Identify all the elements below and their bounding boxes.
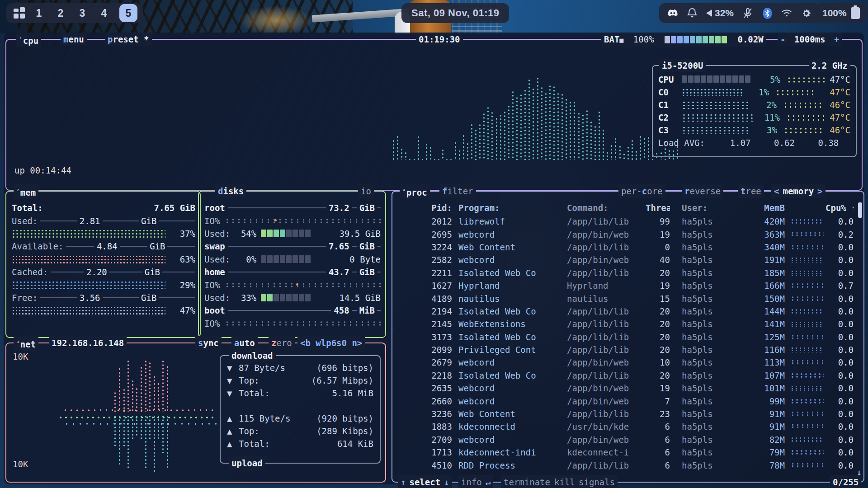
battery-square-icon: ■ (619, 36, 623, 44)
process-row-3224[interactable]: 3224Web Content/app/lib/lib0ha5pls340M0.… (397, 241, 858, 253)
mem-row-free: Free:3.56GiB (12, 291, 195, 304)
filter-button[interactable]: filter (439, 184, 476, 198)
core-row-c3: C33%46°C (653, 124, 856, 136)
disks-box-title[interactable]: disks (215, 184, 246, 198)
signals-button[interactable]: signals (576, 475, 618, 488)
wifi-icon[interactable] (781, 8, 792, 19)
bluetooth-icon[interactable] (762, 8, 773, 19)
disk-used-row-home: Used:33%14.5 GiB (204, 291, 381, 304)
net-box-title[interactable]: ³net (14, 336, 38, 351)
preset-button[interactable]: preset * (105, 33, 152, 46)
sort-selector[interactable]: <memory> (771, 184, 826, 198)
process-row-2582[interactable]: 2582webcord/app/bin/web40ha5pls191M0.0 (397, 253, 858, 266)
sort-direction-icon[interactable]: ↑ (851, 203, 854, 213)
disk-row-swap: swap7.65GiB (204, 240, 381, 253)
workspace-button-4[interactable]: 4 (95, 4, 113, 22)
workspace-button-3[interactable]: 3 (73, 4, 91, 22)
volume-control[interactable]: 32% (706, 8, 734, 19)
net-up-row: ▲Top:(289 Kibps) (221, 425, 380, 437)
disk-io-row-boot: IO% (204, 317, 381, 330)
process-row-4189[interactable]: 4189nautilusnautilus15ha5pls150M0.0 (397, 292, 858, 305)
process-box: ⁴proc filter per-core reverse tree <memo… (392, 191, 864, 483)
clock-readout: 01:19:30 (416, 33, 463, 46)
discord-icon[interactable] (667, 8, 678, 19)
cpu-box-title[interactable]: ¹cpu (16, 33, 41, 47)
info-button[interactable]: info↵ (458, 475, 493, 488)
launcher-icon[interactable] (14, 7, 25, 19)
launch-arm (312, 8, 412, 22)
net-up-row: ▲115 Byte/s(920 bitps) (221, 412, 380, 425)
workspace-button-1[interactable]: 1 (30, 4, 48, 22)
process-row-2012[interactable]: 2012librewolf/app/lib/lib99ha5pls420M0.0 (397, 215, 858, 228)
core-row-c1: C12%46°C (653, 99, 856, 111)
net-down-row: ▼Total:5.16 MiB (221, 387, 380, 399)
ip-address: 192.168.16.148 (49, 336, 127, 350)
core-row-cpu: CPU5%47°C (653, 73, 856, 86)
process-row-2635[interactable]: 2635webcord/app/bin/web19ha5pls101M0.0 (397, 382, 858, 394)
battery-indicator[interactable]: 100% (815, 3, 867, 23)
process-row-2099[interactable]: 2099Privileged Cont/app/lib/lib20ha5pls1… (397, 343, 858, 356)
sort-next-icon[interactable]: > (817, 186, 822, 196)
process-row-3173[interactable]: 3173Isolated Web Co/app/lib/lib20ha5pls1… (397, 331, 858, 343)
cpu-box: ¹cpu menu preset * 01:19:30 BAT■ 100% 0.… (5, 39, 863, 191)
process-row-1627[interactable]: 1627HyprlandHyprland19ha5pls166M0.7 (397, 279, 858, 292)
sort-prev-icon[interactable]: < (774, 186, 779, 196)
sort-column-header[interactable]: Cpu% ↑ (826, 203, 854, 213)
volume-level: 32% (715, 8, 734, 19)
mem-box-title[interactable]: ²mem (14, 184, 38, 199)
network-box: ³net 192.168.16.148 sync auto zero <b wl… (5, 343, 386, 483)
process-row-2695[interactable]: 2695webcord/app/bin/web19ha5pls363M0.2 (397, 228, 858, 240)
process-row-2709[interactable]: 2709webcord/app/bin/web6ha5pls82M0.0 (397, 433, 858, 446)
memory-box: ²mem Total:7.65 GiBUsed:2.81GiB37%Availa… (5, 191, 201, 338)
workspace-button-2[interactable]: 2 (52, 4, 70, 22)
interval-plus-button[interactable]: + (834, 34, 839, 44)
terminate-button[interactable]: terminate (501, 475, 553, 488)
disk-row-home: home43.7GiB (204, 266, 381, 278)
menu-button[interactable]: menu (61, 33, 87, 46)
workspace-list: 12345 (30, 4, 137, 22)
process-row-2145[interactable]: 2145WebExtensions/app/lib/lib20ha5pls141… (397, 318, 858, 330)
disk-io-row-home: IO% (204, 278, 381, 291)
memory-stats: Total:7.65 GiBUsed:2.81GiB37%Available:4… (12, 202, 195, 317)
mem-graph-available: 63% (12, 253, 195, 266)
mic-muted-icon[interactable] (742, 8, 753, 19)
sync-button[interactable]: sync (195, 336, 222, 350)
process-row-1713[interactable]: 1713kdeconnect-indikdeconnect-i6ha5pls79… (397, 446, 858, 459)
interval-minus-button[interactable]: - (780, 34, 785, 44)
process-row-2218[interactable]: 2218Isolated Web Co/app/lib/lib20ha5pls1… (397, 369, 858, 382)
clock-text: Sat, 09 Nov, 01:19 (411, 7, 499, 19)
network-stats-panel: download ▼87 Byte/s(696 bitps)▼Top:(6.57… (220, 355, 381, 464)
process-row-2211[interactable]: 2211Isolated Web Co/app/lib/lib20ha5pls1… (397, 267, 858, 279)
process-row-2660[interactable]: 2660webcord/app/bin/web7ha5pls99M0.0 (397, 394, 858, 407)
io-mode-button[interactable]: io (358, 184, 374, 198)
process-row-3236[interactable]: 3236Web Content/app/lib/lib23ha5pls91M0.… (397, 408, 858, 420)
network-stats-rows: ▼87 Byte/s(696 bitps)▼Top:(6.57 Mibps)▼T… (221, 356, 380, 450)
select-control[interactable]: ↑select↓ (398, 475, 452, 488)
disk-list: root73.2GiBIO%Used:54%39.5 GiBswap7.65Gi… (204, 202, 381, 330)
volume-icon (706, 9, 712, 17)
gear-icon[interactable] (801, 8, 811, 19)
mem-graph-cached: 29% (12, 278, 195, 291)
mem-row-cached: Cached:2.20GiB (12, 266, 195, 278)
mem-graph-used: 37% (12, 227, 195, 240)
process-scrollbar[interactable] (858, 202, 862, 218)
clock[interactable]: Sat, 09 Nov, 01:19 (401, 3, 509, 23)
process-row-2679[interactable]: 2679webcord/app/bin/web10ha5pls113M0.0 (397, 356, 858, 369)
process-row-4510[interactable]: 4510RDD Process/app/lib/lib6ha5pls78M0.0 (397, 459, 858, 471)
workspace-button-5[interactable]: 5 (119, 4, 137, 22)
workspaces-pill: 12345 (6, 3, 143, 23)
reverse-button[interactable]: reverse (682, 184, 723, 198)
tree-button[interactable]: tree (738, 184, 764, 198)
process-table-header: Pid: Program: Command: Threads: User: Me… (397, 202, 858, 214)
process-row-2194[interactable]: 2194Isolated Web Co/app/lib/lib20ha5pls1… (397, 305, 858, 318)
uptime-label: up 00:14:44 (14, 165, 71, 175)
per-core-button[interactable]: per-core (618, 184, 665, 198)
proc-box-title[interactable]: ⁴proc (400, 184, 430, 199)
auto-button[interactable]: auto (231, 336, 258, 350)
zero-button[interactable]: zero (269, 336, 295, 350)
bell-icon[interactable] (687, 8, 698, 19)
kill-button[interactable]: kill (552, 475, 578, 488)
desktop: 12345 Sat, 09 Nov, 01:19 32% 100% (0, 0, 868, 488)
interface-selector[interactable]: <b wlp6s0 n> (297, 336, 365, 350)
process-row-1883[interactable]: 1883kdeconnectd/usr/bin/kde6ha5pls91M0.0 (397, 420, 858, 433)
